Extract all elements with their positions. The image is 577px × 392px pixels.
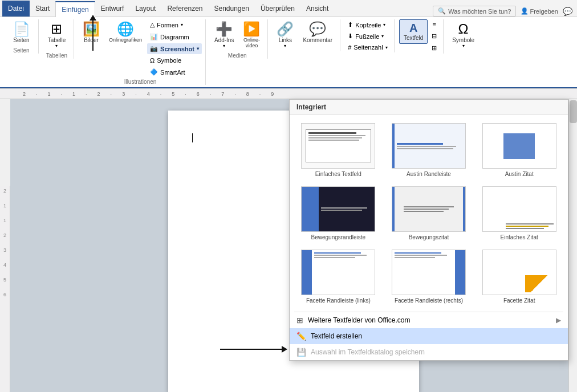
- btn-kopfzeile[interactable]: ⬆ Kopfzeile▾: [345, 19, 391, 30]
- gallery-item-austin-zitat[interactable]: Austin Zitat: [476, 121, 562, 179]
- thumb-bewegungszitat: [392, 186, 466, 232]
- group-links: 🔗 Links ▾ 💬 Kommentar: [269, 19, 340, 51]
- ribbon-content: 📄 Seiten Seiten ⊞ Tabelle ▾ Tabellen 🖼️: [0, 17, 577, 88]
- group-tabellen: ⊞ Tabelle ▾ Tabellen: [40, 19, 74, 59]
- textfeld-erstellen-icon: ✏️: [296, 332, 306, 341]
- search-placeholder: Was möchten Sie tun?: [448, 8, 511, 15]
- thumb-facette-zitat: [482, 250, 556, 295]
- vertical-scrollbar[interactable]: [568, 99, 577, 392]
- menu-textfeld-erstellen[interactable]: ✏️ Textfeld erstellen: [290, 328, 568, 344]
- btn-seiten[interactable]: 📄 Seiten: [9, 19, 34, 46]
- tab-referenzen[interactable]: Referenzen: [161, 1, 208, 17]
- label-einfaches-textfeld: Einfaches Textfeld: [315, 171, 361, 177]
- symbole-group-icon: Ω: [458, 22, 469, 36]
- label-einfaches-zitat: Einfaches Zitat: [501, 234, 538, 240]
- thumb-einfaches-zitat: [482, 186, 556, 232]
- arrow-icon: ▶: [556, 316, 561, 324]
- onlinevideo-icon: ▶️: [243, 22, 260, 36]
- thumb-facette-links: [301, 250, 375, 295]
- tab-entwurf[interactable]: Entwurf: [95, 1, 130, 17]
- btn-symbole-group[interactable]: Ω Symbole ▾: [448, 19, 478, 51]
- gallery-item-einfaches-zitat[interactable]: Einfaches Zitat: [476, 184, 562, 243]
- btn-add-ins[interactable]: ➕ Add-Ins ▾: [210, 19, 238, 51]
- gallery-item-facette-links[interactable]: Facette Randleiste (links): [295, 247, 381, 306]
- share-button[interactable]: 👤 Freigeben: [521, 7, 558, 15]
- label-facette-links: Facette Randleiste (links): [306, 297, 371, 304]
- thumb-bewegungsrandleiste: [301, 186, 375, 232]
- formen-icon: △: [150, 21, 155, 28]
- gallery-item-bewegungszitat[interactable]: Bewegungszitat: [386, 184, 472, 243]
- btn-tabelle[interactable]: ⊞ Tabelle ▾: [44, 19, 70, 51]
- dropdown-section-integrated: Integriert: [290, 100, 568, 115]
- comment-icon[interactable]: 💬: [563, 7, 572, 16]
- gallery-item-austin-randleiste[interactable]: Austin Randleiste: [386, 121, 472, 179]
- group-symbole: Ω Symbole ▾: [445, 19, 482, 51]
- tab-datei[interactable]: Datei: [2, 1, 30, 17]
- weitere-icon: ⊞: [296, 316, 303, 325]
- label-bewegungsrandleiste: Bewegungsrandleiste: [311, 234, 366, 240]
- textfeld-r2-icon: ⊟: [432, 32, 437, 40]
- gallery-item-einfaches-textfeld[interactable]: Einfaches Textfeld: [295, 121, 381, 179]
- btn-diagramm[interactable]: 📊 Diagramm: [147, 31, 202, 42]
- gallery-item-facette-zitat[interactable]: Facette Zitat: [476, 247, 562, 306]
- onlinegrafiken-icon: 🌐: [117, 22, 134, 36]
- seiten-icon: 📄: [13, 22, 30, 36]
- label-facette-zitat: Facette Zitat: [503, 297, 535, 304]
- search-icon: 🔍: [438, 7, 446, 15]
- gallery-item-facette-rechts[interactable]: Facette Randleiste (rechts): [386, 247, 472, 306]
- gallery-item-bewegungsrandleiste[interactable]: Bewegungsrandleiste: [295, 184, 381, 243]
- main-area: 21123456 Integriert: [0, 99, 577, 392]
- textfeld-r1-icon: ≡: [432, 21, 436, 28]
- ribbon-tab-row: Datei Start Einfügen Entwurf Layout Refe…: [0, 0, 577, 17]
- person-icon: 👤: [521, 7, 529, 15]
- menu-weitere-textfelder[interactable]: ⊞ Weitere Textfelder von Office.com ▶: [290, 312, 568, 328]
- btn-symbole[interactable]: Ω Symbole: [147, 55, 202, 66]
- diagramm-icon: 📊: [150, 33, 158, 40]
- btn-onlinevideo[interactable]: ▶️ Online- video: [239, 19, 264, 51]
- tab-start[interactable]: Start: [30, 1, 55, 17]
- screenshot-icon: 📷: [150, 45, 158, 52]
- tab-einfuegen[interactable]: Einfügen: [55, 1, 95, 17]
- btn-links[interactable]: 🔗 Links ▾: [273, 19, 298, 51]
- add-ins-icon: ➕: [216, 22, 233, 36]
- group-textfeld: A Textfeld ≡ ⊟ ⊞: [396, 19, 444, 54]
- btn-kommentar[interactable]: 💬 Kommentar: [299, 19, 336, 46]
- gallery-grid: Einfaches Textfeld Austin Randleiste: [290, 115, 568, 312]
- thumb-facette-rechts: [392, 250, 466, 295]
- bilder-icon: 🖼️: [83, 22, 100, 36]
- btn-screenshot[interactable]: 📷 Screenshot▾: [147, 43, 202, 54]
- btn-seitenzahl[interactable]: # Seitenzahl▾: [345, 42, 391, 52]
- ruler-marks: 2·1·1·2·3·4·5·6·7·8·9: [17, 91, 274, 97]
- ribbon: Datei Start Einfügen Entwurf Layout Refe…: [0, 0, 577, 89]
- tab-ueberpruefen[interactable]: Überprüfen: [255, 1, 300, 17]
- thumb-austin-zitat: [482, 123, 556, 169]
- group-medien: ➕ Add-Ins ▾ ▶️ Online- video Medien: [207, 19, 268, 59]
- menu-auswahl-speichern: 💾 Auswahl im Textfeldkatalog speichern: [290, 344, 568, 360]
- vertical-ruler: 21123456: [0, 186, 10, 392]
- textfeld-icon: A: [409, 22, 417, 34]
- btn-textfeld-row1[interactable]: ≡: [429, 19, 440, 30]
- btn-textfeld[interactable]: A Textfeld: [399, 19, 428, 44]
- seitenzahl-icon: #: [348, 44, 351, 51]
- textfeld-r3-icon: ⊞: [432, 44, 437, 52]
- links-icon: 🔗: [277, 22, 294, 36]
- label-bewegungszitat: Bewegungszitat: [409, 234, 449, 240]
- btn-textfeld-row3[interactable]: ⊞: [429, 43, 440, 54]
- tab-layout[interactable]: Layout: [129, 1, 161, 17]
- thumb-einfaches-textfeld: [301, 123, 375, 169]
- btn-fusszeile[interactable]: ⬇ Fußzeile▾: [345, 31, 391, 42]
- btn-textfeld-row2[interactable]: ⊟: [429, 31, 440, 42]
- symbole-icon: Ω: [150, 57, 155, 64]
- group-seiten: 📄 Seiten Seiten: [5, 19, 39, 54]
- btn-formen[interactable]: △ Formen▾: [147, 19, 202, 30]
- tabelle-icon: ⊞: [51, 22, 62, 36]
- tab-sendungen[interactable]: Sendungen: [209, 1, 255, 17]
- label-austin-randleiste: Austin Randleiste: [407, 171, 451, 177]
- btn-bilder[interactable]: 🖼️ Bilder: [79, 19, 104, 46]
- btn-onlinegrafiken[interactable]: 🌐 Onlinegrafiken: [105, 19, 146, 46]
- tab-ansicht[interactable]: Ansicht: [300, 1, 334, 17]
- scrollbar-thumb[interactable]: [570, 100, 577, 123]
- btn-smartart[interactable]: 🔷 SmartArt: [147, 67, 202, 77]
- fusszeile-icon: ⬇: [348, 32, 353, 40]
- speichern-icon: 💾: [296, 348, 306, 357]
